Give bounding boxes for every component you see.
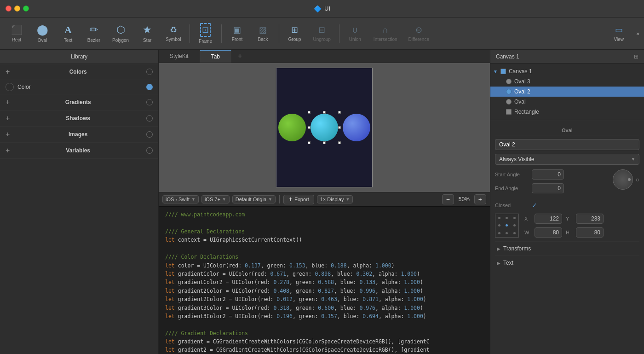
tool-group[interactable]: ⊞ Group — [283, 22, 307, 45]
maximize-button[interactable] — [23, 6, 29, 12]
code-line: //// Gradient Declarations — [165, 329, 483, 337]
y-input[interactable] — [576, 214, 604, 224]
shadows-radio[interactable] — [146, 115, 153, 122]
display-selector[interactable]: 1× Display ▼ — [317, 195, 353, 203]
sidebar-section-gradients[interactable]: + Gradients — [0, 94, 158, 110]
tool-intersection[interactable]: ∩ Intersection — [369, 23, 402, 45]
tool-union-label: Union — [349, 37, 361, 42]
transforms-label: Transforms — [503, 245, 531, 252]
tool-rect[interactable]: ⬛ Rect — [5, 22, 29, 45]
tool-back[interactable]: ▨ Back — [251, 22, 275, 45]
circle-blue[interactable] — [343, 114, 370, 141]
closed-row: Closed ✓ — [495, 202, 639, 209]
w-input[interactable] — [535, 227, 562, 238]
tool-text[interactable]: A Text — [56, 21, 80, 46]
gradients-radio[interactable] — [146, 99, 153, 105]
tool-oval[interactable]: ⬤ Oval — [30, 21, 54, 46]
tool-view[interactable]: ▭ View — [607, 22, 631, 45]
visibility-label: Always Visible — [499, 156, 534, 162]
angle-wheel[interactable] — [613, 169, 633, 190]
tab-stylekit[interactable]: StyleKit — [159, 50, 200, 63]
tool-ungroup[interactable]: ⊟ Ungroup — [309, 22, 335, 45]
handle-mr[interactable] — [338, 126, 341, 129]
layer-oval2[interactable]: Oval 2 — [490, 87, 644, 97]
shape-name-input[interactable] — [495, 139, 639, 150]
right-header-expand-icon[interactable]: ⊞ — [634, 53, 638, 60]
sidebar-section-variables[interactable]: + Variables — [0, 143, 158, 159]
handle-bc[interactable] — [323, 141, 326, 144]
tool-polygon-label: Polygon — [112, 38, 129, 43]
display-label: 1× Display — [320, 197, 344, 202]
add-tab-button[interactable]: + — [231, 50, 248, 63]
tool-bezier-label: Bezier — [87, 38, 100, 43]
circle-green[interactable] — [278, 114, 306, 141]
x-input[interactable] — [535, 214, 562, 224]
tool-frame[interactable]: ⊡ Frame — [194, 20, 218, 46]
tool-difference[interactable]: ⊖ Difference — [404, 22, 434, 45]
handle-ml[interactable] — [308, 126, 310, 129]
zoom-out-button[interactable]: − — [442, 194, 454, 204]
colors-radio[interactable] — [146, 69, 153, 75]
images-radio[interactable] — [146, 131, 153, 138]
close-button[interactable] — [6, 6, 12, 12]
sidebar-section-shadows[interactable]: + Shadows — [0, 110, 158, 127]
sidebar-section-images[interactable]: + Images — [0, 127, 158, 143]
add-variable-icon[interactable]: + — [6, 146, 10, 155]
x-label: X — [524, 216, 531, 221]
title-icon: 🔷 — [314, 5, 322, 12]
ios-version-selector[interactable]: iOS 7+ ▼ — [201, 195, 230, 203]
sidebar-section-colors[interactable]: + Colors — [0, 64, 158, 80]
handle-tl[interactable] — [308, 111, 310, 114]
expand-toolbar-icon[interactable]: » — [636, 30, 639, 37]
handle-tc[interactable] — [323, 111, 326, 114]
export-button[interactable]: ⬆ Export — [283, 195, 314, 204]
layer-canvas1[interactable]: ▼ Canvas 1 — [490, 66, 644, 76]
handle-tr[interactable] — [338, 111, 341, 114]
add-gradient-icon[interactable]: + — [6, 98, 10, 106]
code-area[interactable]: //// www.paintcodeapp.com //// General D… — [159, 206, 490, 354]
tab-tab-label: Tab — [211, 53, 220, 60]
star-icon: ★ — [143, 24, 152, 36]
y-label: Y — [566, 216, 572, 221]
text-arrow-icon: ▶ — [497, 261, 500, 266]
tool-polygon[interactable]: ⬡ Polygon — [108, 21, 133, 46]
tool-intersection-label: Intersection — [374, 37, 397, 42]
right-header: Canvas 1 ⊞ — [490, 50, 644, 64]
end-angle-input[interactable] — [532, 183, 564, 193]
layer-rectangle[interactable]: Rectangle — [490, 107, 644, 117]
canvas-frame[interactable] — [276, 68, 373, 187]
text-section[interactable]: ▶ Text — [495, 255, 639, 270]
tool-star[interactable]: ★ Star — [135, 21, 159, 46]
platform-selector[interactable]: iOS › Swift ▼ — [162, 195, 199, 203]
visibility-dropdown[interactable]: Always Visible ▼ — [495, 154, 639, 165]
handle-bl[interactable] — [308, 141, 310, 144]
code-line — [165, 219, 483, 227]
transforms-section[interactable]: ▶ Transforms — [495, 241, 639, 255]
add-shadow-icon[interactable]: + — [6, 114, 10, 122]
variables-radio[interactable] — [146, 147, 153, 154]
start-angle-input[interactable] — [532, 169, 564, 180]
color-radio-selected — [146, 84, 153, 90]
h-input[interactable] — [576, 227, 604, 238]
closed-checkmark-icon[interactable]: ✓ — [532, 202, 537, 209]
color-item[interactable]: Color — [0, 80, 158, 94]
frame-icon: ⊡ — [200, 23, 211, 37]
handle-br[interactable] — [338, 141, 341, 144]
tool-union[interactable]: ∪ Union — [343, 22, 367, 45]
code-line: //// General Declarations — [165, 227, 483, 236]
layer-oval3[interactable]: Oval 3 — [490, 76, 644, 87]
origin-selector[interactable]: Default Origin ▼ — [232, 195, 276, 203]
add-color-icon[interactable]: + — [6, 68, 10, 76]
tab-tab[interactable]: Tab — [200, 50, 231, 63]
layer-canvas1-label: Canvas 1 — [509, 68, 532, 75]
front-icon: ▣ — [233, 25, 241, 35]
tool-front[interactable]: ▣ Front — [225, 22, 249, 45]
tool-bezier[interactable]: ✏ Bezier — [82, 21, 106, 46]
zoom-in-button[interactable]: + — [474, 194, 486, 204]
layer-oval[interactable]: Oval — [490, 97, 644, 107]
tool-symbol[interactable]: ♻ Symbol — [161, 22, 185, 45]
minimize-button[interactable] — [14, 6, 20, 12]
origin-chevron-icon: ▼ — [268, 197, 272, 202]
circle-cyan-selected[interactable] — [310, 114, 338, 141]
add-image-icon[interactable]: + — [6, 130, 10, 139]
